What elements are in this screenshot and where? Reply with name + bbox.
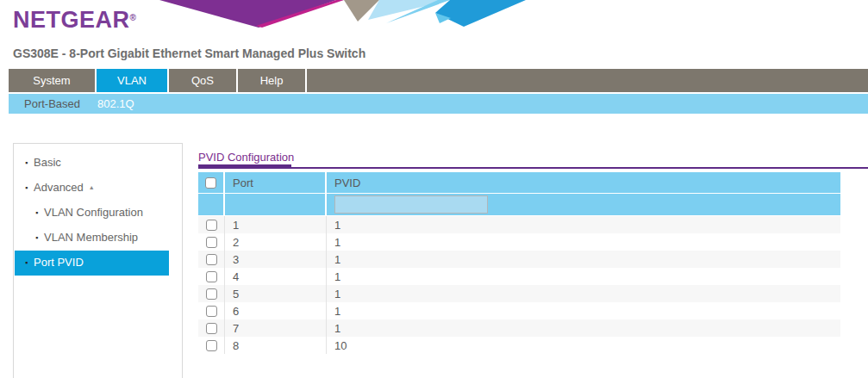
table-row-port-3: 31	[198, 251, 840, 268]
sidebar-item-basic[interactable]: ▪Basic	[25, 156, 182, 169]
row-check-cell	[198, 268, 225, 285]
pvid-cell: 1	[327, 251, 840, 268]
bullet-icon: ▪	[25, 182, 34, 195]
pvid-input[interactable]	[334, 195, 488, 214]
banner-graphic	[147, 0, 534, 29]
bullet-icon: ▪	[25, 157, 34, 170]
pvid-cell: 1	[327, 216, 840, 233]
collapse-caret-icon[interactable]: ▲	[89, 184, 95, 190]
table-row-port-7: 71	[198, 319, 840, 337]
row-checkbox-port-6[interactable]	[206, 306, 217, 317]
port-cell: 2	[225, 233, 327, 251]
main-nav: SystemVLANQoSHelp	[9, 69, 868, 92]
select-all-checkbox[interactable]	[205, 177, 216, 189]
section-title-underline	[198, 164, 291, 169]
filter-pvid-cell	[327, 194, 840, 215]
pvid-cell: 1	[327, 233, 840, 251]
port-cell: 3	[225, 251, 327, 268]
pvid-cell: 1	[327, 268, 840, 285]
port-cell: 8	[225, 337, 327, 354]
row-checkbox-port-3[interactable]	[206, 254, 217, 265]
table-header-row: Port PVID	[198, 172, 840, 193]
row-check-cell	[198, 337, 225, 354]
table-row-port-1: 11	[198, 216, 840, 233]
sidebar-item-port-pvid[interactable]: ▪Port PVID	[15, 251, 169, 276]
table-row-port-6: 61	[198, 302, 840, 319]
pvid-table: Port PVID 11213141516171810	[198, 172, 840, 354]
filter-port-cell	[225, 194, 327, 215]
tab-help[interactable]: Help	[238, 69, 305, 92]
switch-admin-page: NETGEAR® GS308E - 8-Port Gigabit Etherne…	[0, 0, 868, 378]
sub-nav: Port-Based802.1Q	[9, 94, 868, 114]
sidebar-item-label: VLAN Configuration	[44, 206, 143, 219]
sidebar-item-vlan-configuration[interactable]: ▪VLAN Configuration	[35, 206, 182, 219]
row-check-cell	[198, 319, 225, 337]
pvid-cell: 1	[327, 285, 840, 302]
table-filter-row	[198, 194, 840, 215]
sidebar-item-label: Basic	[34, 156, 61, 169]
registered-mark: ®	[130, 13, 136, 22]
bullet-icon: ▪	[35, 232, 44, 245]
pvid-cell: 1	[327, 302, 840, 319]
row-check-cell	[198, 251, 225, 268]
banner-purple-shape	[159, 0, 336, 28]
row-checkbox-port-5[interactable]	[206, 288, 217, 300]
row-checkbox-port-4[interactable]	[206, 271, 217, 282]
netgear-logo: NETGEAR®	[13, 7, 136, 34]
tab-qos[interactable]: QoS	[169, 69, 236, 92]
row-checkbox-port-2[interactable]	[206, 237, 217, 248]
sidebar-item-label: Advanced	[34, 181, 84, 194]
row-check-cell	[198, 302, 225, 319]
pvid-cell: 10	[327, 337, 840, 354]
table-header-check-cell	[198, 172, 225, 193]
row-check-cell	[198, 233, 225, 251]
sidebar-item-label: VLAN Membership	[44, 231, 138, 244]
tab-vlan[interactable]: VLAN	[97, 69, 167, 92]
pvid-column-header: PVID	[327, 172, 840, 193]
sidebar-item-advanced[interactable]: ▪Advanced▲	[25, 181, 182, 194]
sidebar-menu: ▪Basic▪Advanced▲▪VLAN Configuration▪VLAN…	[13, 143, 183, 378]
pvid-cell: 1	[327, 319, 840, 337]
table-row-port-2: 21	[198, 233, 840, 251]
sidebar-item-label: Port PVID	[34, 256, 84, 269]
table-row-port-4: 41	[198, 268, 840, 285]
row-checkbox-port-7[interactable]	[206, 323, 217, 334]
sidebar-item-vlan-membership[interactable]: ▪VLAN Membership	[35, 231, 182, 244]
row-checkbox-port-8[interactable]	[206, 340, 217, 351]
nav-filler	[307, 69, 868, 92]
bullet-icon: ▪	[25, 257, 34, 270]
subnav-item-port-based[interactable]: Port-Based	[24, 97, 80, 110]
table-row-port-5: 51	[198, 285, 840, 302]
port-cell: 7	[225, 319, 327, 337]
port-cell: 4	[225, 268, 327, 285]
port-cell: 5	[225, 285, 327, 302]
bullet-icon: ▪	[35, 207, 44, 220]
subnav-item-802-1q[interactable]: 802.1Q	[97, 97, 134, 110]
row-check-cell	[198, 216, 225, 233]
row-check-cell	[198, 285, 225, 302]
port-cell: 6	[225, 302, 327, 319]
port-column-header: Port	[225, 172, 327, 193]
device-title: GS308E - 8-Port Gigabit Ethernet Smart M…	[13, 46, 365, 60]
netgear-logo-text: NETGEAR	[13, 7, 130, 33]
section-title: PVID Configuration	[198, 151, 294, 164]
table-row-port-8: 810	[198, 337, 840, 354]
banner-blue-shape	[435, 0, 526, 27]
filter-check-cell	[198, 194, 225, 215]
port-cell: 1	[225, 216, 327, 233]
tab-system[interactable]: System	[9, 69, 95, 92]
table-body: 11213141516171810	[198, 216, 840, 354]
row-checkbox-port-1[interactable]	[206, 220, 217, 231]
section-title-rule	[198, 167, 868, 169]
